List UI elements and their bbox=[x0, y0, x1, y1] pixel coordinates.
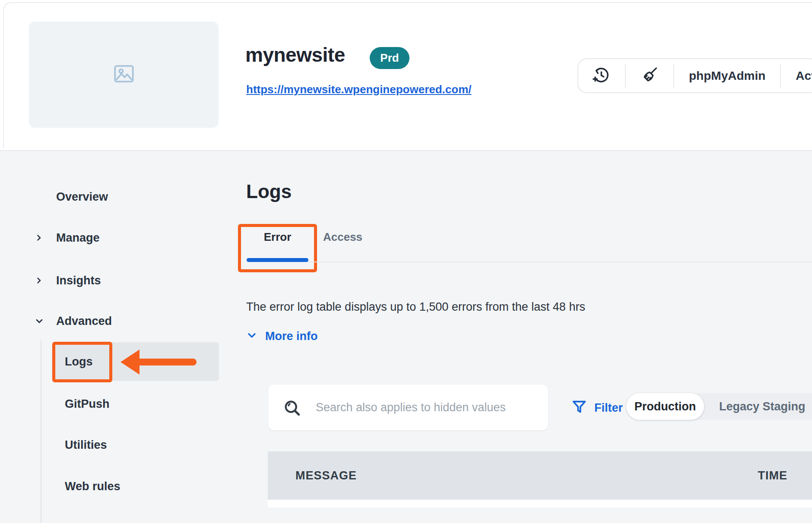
page: mynewsite Prd https://mynewsite.wpengine… bbox=[0, 0, 812, 523]
sidebar-item-web-rules[interactable]: Web rules bbox=[52, 473, 219, 499]
page-title: Logs bbox=[246, 180, 292, 203]
log-search bbox=[268, 384, 549, 431]
backup-restore-history-icon bbox=[591, 66, 610, 86]
toolbar-divider bbox=[780, 64, 781, 88]
phpmyadmin-button[interactable]: phpMyAdmin bbox=[689, 69, 765, 83]
more-info-toggle[interactable]: More info bbox=[246, 329, 318, 343]
subnav-indent-line bbox=[41, 340, 41, 523]
chevron-spacer bbox=[35, 192, 44, 202]
sidebar-item-label: Logs bbox=[65, 355, 93, 369]
active-tab-underline bbox=[247, 258, 308, 262]
column-header-time: TIME bbox=[758, 451, 788, 500]
env-option-label: Legacy Staging bbox=[719, 400, 806, 413]
clear-cache-broom-icon bbox=[641, 66, 659, 85]
sidebar-item-label: GitPush bbox=[65, 397, 110, 411]
env-option-production[interactable]: Production bbox=[626, 393, 704, 420]
sidebar-item-insights[interactable]: Insights bbox=[35, 268, 190, 293]
filter-label: Filter bbox=[594, 399, 623, 416]
tab-label: Error bbox=[247, 230, 308, 244]
search-input[interactable] bbox=[268, 384, 548, 430]
sidebar-item-utilities[interactable]: Utilities bbox=[52, 432, 219, 458]
column-header-message: MESSAGE bbox=[295, 451, 357, 500]
tab-label: Access bbox=[323, 230, 362, 244]
actions-label: Act bbox=[796, 69, 812, 83]
site-header: mynewsite Prd https://mynewsite.wpengine… bbox=[0, 0, 812, 151]
log-table-empty-row bbox=[268, 500, 812, 507]
more-info-label: More info bbox=[265, 329, 318, 343]
tab-error[interactable]: Error bbox=[247, 230, 308, 262]
sidebar-item-manage[interactable]: Manage bbox=[35, 225, 190, 251]
sidebar-item-label: Web rules bbox=[65, 480, 121, 493]
toolbar-divider bbox=[625, 64, 626, 88]
environment-switcher: Production Legacy Staging bbox=[626, 393, 812, 420]
env-option-legacy-staging[interactable]: Legacy Staging bbox=[719, 393, 806, 420]
sidebar-item-label: Insights bbox=[56, 274, 101, 287]
sidebar-item-overview[interactable]: Overview bbox=[35, 184, 190, 210]
chevron-down-icon bbox=[35, 316, 44, 326]
sidebar-item-label: Utilities bbox=[65, 438, 107, 452]
sidebar-item-label: Manage bbox=[56, 231, 100, 245]
site-url-link[interactable]: https://mynewsite.wpenginepowered.com/ bbox=[246, 83, 472, 96]
annotation-arrow-icon bbox=[120, 347, 200, 379]
backup-restore-button[interactable] bbox=[591, 66, 610, 86]
filter-funnel-icon bbox=[571, 399, 587, 417]
log-table-header: MESSAGE TIME bbox=[268, 451, 812, 500]
environment-badge: Prd bbox=[370, 47, 409, 69]
sidebar-item-label: Advanced bbox=[56, 315, 112, 328]
clear-cache-button[interactable] bbox=[641, 66, 659, 85]
sidebar-item-gitpush[interactable]: GitPush bbox=[52, 391, 219, 417]
tab-access[interactable]: Access bbox=[323, 230, 362, 262]
phpmyadmin-label: phpMyAdmin bbox=[689, 69, 765, 83]
chevron-down-icon bbox=[246, 330, 257, 343]
sidebar-item-label: Overview bbox=[56, 190, 108, 204]
chevron-right-icon bbox=[35, 276, 44, 285]
toolbar-divider bbox=[673, 64, 674, 88]
image-placeholder-icon bbox=[111, 60, 137, 89]
site-name: mynewsite bbox=[245, 43, 345, 66]
site-thumbnail bbox=[29, 22, 219, 128]
env-option-label: Production bbox=[634, 400, 696, 413]
error-log-description: The error log table displays up to 1,500… bbox=[246, 299, 585, 314]
chevron-right-icon bbox=[35, 233, 44, 243]
sidebar-item-advanced[interactable]: Advanced bbox=[35, 308, 190, 334]
actions-button[interactable]: Act bbox=[796, 69, 812, 83]
header-toolbar: phpMyAdmin Act bbox=[577, 58, 812, 93]
filter-button[interactable]: Filter bbox=[571, 399, 623, 417]
